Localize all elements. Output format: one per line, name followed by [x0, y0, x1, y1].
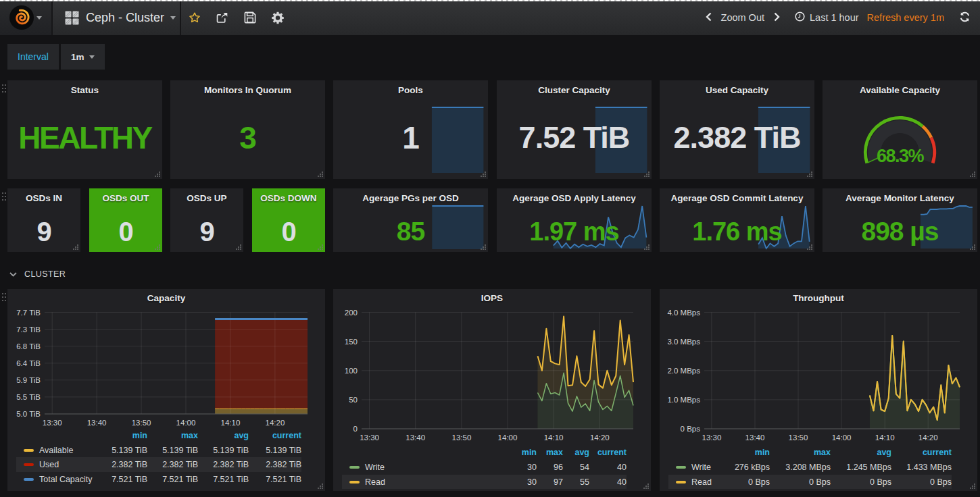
- panel-resize-handle[interactable]: [317, 171, 324, 178]
- dashboard-title: Ceph - Cluster: [86, 11, 164, 25]
- refresh-button[interactable]: [959, 11, 971, 24]
- grafana-menu-button[interactable]: [0, 0, 51, 35]
- graph-canvas: 20015010050013:3013:4013:5014:0014:1014:…: [333, 289, 651, 491]
- y-tick-label: 5.5 TiB: [16, 393, 41, 401]
- save-button[interactable]: [244, 11, 256, 24]
- panel-title[interactable]: Average Monitor Latency: [823, 193, 977, 203]
- panel-resize-handle[interactable]: [806, 244, 813, 251]
- x-tick-label: 14:10: [221, 419, 241, 427]
- graph-canvas: 7.7 TiB7.3 TiB6.8 TiB6.4 TiB5.9 TiB5.5 T…: [7, 289, 325, 491]
- panel-resize-handle[interactable]: [643, 483, 650, 490]
- stat-panel-cluster-capacity: Cluster Capacity7.52 TiB: [497, 80, 652, 179]
- stat-value: 68.3%: [823, 147, 977, 165]
- grafana-logo-icon: [9, 5, 34, 30]
- y-tick-label: 7.7 TiB: [16, 309, 41, 317]
- submenu: Interval 1m: [7, 44, 107, 70]
- y-tick-label: 6.8 TiB: [16, 342, 41, 350]
- stat-value: 1.97 ms: [497, 219, 652, 244]
- panel-resize-handle[interactable]: [643, 171, 650, 178]
- interval-variable-select[interactable]: 1m: [61, 44, 105, 70]
- panel-title[interactable]: Agerage PGs per OSD: [333, 193, 488, 203]
- window-selection-border: [0, 0, 980, 1]
- panel-resize-handle[interactable]: [643, 244, 650, 251]
- series-fill-used: [215, 319, 308, 409]
- panel-resize-handle[interactable]: [480, 244, 487, 251]
- panel-title[interactable]: OSDs DOWN: [252, 193, 325, 203]
- series-fill-write: [870, 336, 960, 429]
- panel-title[interactable]: OSDs IN: [7, 193, 80, 203]
- panel-title[interactable]: Cluster Capacity: [497, 85, 652, 95]
- share-icon: [216, 11, 228, 24]
- zoom-out-button[interactable]: Zoom Out: [721, 12, 764, 23]
- panel-resize-handle[interactable]: [969, 244, 976, 251]
- y-tick-label: 4.0 MBps: [667, 309, 700, 317]
- panel-resize-handle[interactable]: [154, 171, 161, 178]
- stat-panel-osds-in: OSDs IN9: [7, 188, 80, 252]
- panel-title[interactable]: Status: [7, 85, 162, 95]
- panel-title[interactable]: Used Capacity: [660, 85, 814, 95]
- star-button[interactable]: [189, 11, 201, 24]
- stat-value: 2.382 TiB: [660, 122, 814, 153]
- graph-panel-iops: IOPS20015010050013:3013:4013:5014:0014:1…: [333, 289, 651, 491]
- star-icon: [189, 11, 201, 24]
- stat-panel-osds-up: OSDs UP9: [170, 188, 243, 252]
- graph-canvas: 4.0 MBps3.0 MBps2.0 MBps1.0 MBps0 Bps13:…: [660, 289, 977, 491]
- stat-value: 7.52 TiB: [497, 122, 652, 153]
- stat-value: HEALTHY: [7, 122, 162, 153]
- x-tick-label: 13:30: [43, 419, 62, 427]
- graph-panel-capacity: Capacity7.7 TiB7.3 TiB6.8 TiB6.4 TiB5.9 …: [7, 289, 325, 491]
- x-tick-label: 13:50: [452, 434, 472, 442]
- stat-value: 85: [333, 218, 488, 244]
- panel-title[interactable]: Pools: [333, 85, 488, 95]
- x-tick-label: 14:10: [544, 434, 564, 442]
- stat-value: 1: [333, 122, 488, 153]
- settings-button[interactable]: [272, 11, 284, 24]
- panel-title[interactable]: Agerage OSD Commit Latency: [660, 193, 814, 203]
- panel-resize-handle[interactable]: [235, 244, 242, 251]
- panel-title[interactable]: OSDs UP: [170, 193, 243, 203]
- stat-panel-available-capacity: Available Capacity68.3%: [823, 80, 977, 179]
- stat-panel-apply-latency: Agerage OSD Apply Latency1.97 ms: [497, 188, 652, 252]
- row-toggle-cluster[interactable]: CLUSTER: [9, 269, 66, 279]
- panel-resize-handle[interactable]: [969, 171, 976, 178]
- row-title: CLUSTER: [24, 269, 66, 279]
- y-tick-label: 1.0 MBps: [667, 396, 700, 404]
- panel-resize-handle[interactable]: [480, 171, 487, 178]
- y-tick-label: 0 Bps: [681, 425, 701, 433]
- panel-resize-handle[interactable]: [969, 483, 976, 490]
- panel-title[interactable]: OSDs OUT: [89, 193, 162, 203]
- stat-panel-osds-down: OSDs DOWN0: [252, 188, 325, 252]
- stat-value: 898 µs: [823, 218, 977, 244]
- panel-resize-handle[interactable]: [154, 244, 161, 251]
- dashboard-picker[interactable]: Ceph - Cluster: [53, 0, 180, 35]
- panel-title[interactable]: Monitors In Quorum: [170, 85, 325, 95]
- x-tick-label: 14:20: [918, 434, 938, 442]
- graph-panel-throughput: Throughput4.0 MBps3.0 MBps2.0 MBps1.0 MB…: [660, 289, 977, 491]
- y-tick-label: 6.4 TiB: [16, 359, 41, 367]
- x-tick-label: 13:30: [360, 434, 379, 442]
- panel-title[interactable]: Available Capacity: [823, 85, 977, 95]
- y-tick-label: 5.0 TiB: [16, 410, 41, 418]
- row-drag-handle[interactable]: [2, 293, 6, 304]
- stat-panel-commit-latency: Agerage OSD Commit Latency1.76 ms: [660, 188, 814, 252]
- panel-title[interactable]: Agerage OSD Apply Latency: [497, 193, 652, 203]
- y-tick-label: 2.0 MBps: [667, 367, 700, 375]
- stat-panel-monitors: Monitors In Quorum3: [170, 80, 325, 179]
- panel-resize-handle[interactable]: [317, 244, 324, 251]
- time-range-button[interactable]: Last 1 hour: [810, 12, 859, 23]
- x-tick-label: 13:40: [87, 419, 107, 427]
- interval-variable-label[interactable]: Interval: [7, 44, 59, 70]
- refresh-interval-button[interactable]: Refresh every 1m: [867, 12, 944, 23]
- panel-resize-handle[interactable]: [317, 483, 324, 490]
- time-forward-button[interactable]: [774, 12, 780, 24]
- x-tick-label: 14:20: [266, 419, 285, 427]
- time-back-button[interactable]: [706, 12, 712, 24]
- panel-resize-handle[interactable]: [806, 171, 813, 178]
- y-tick-label: 7.3 TiB: [16, 325, 41, 334]
- dashboard-caret-icon: [170, 16, 176, 20]
- row-drag-handle[interactable]: [2, 84, 6, 95]
- share-button[interactable]: [216, 11, 228, 24]
- row-drag-handle[interactable]: [2, 192, 6, 203]
- panel-resize-handle[interactable]: [72, 244, 79, 251]
- navbar: Ceph - Cluster: [0, 0, 980, 35]
